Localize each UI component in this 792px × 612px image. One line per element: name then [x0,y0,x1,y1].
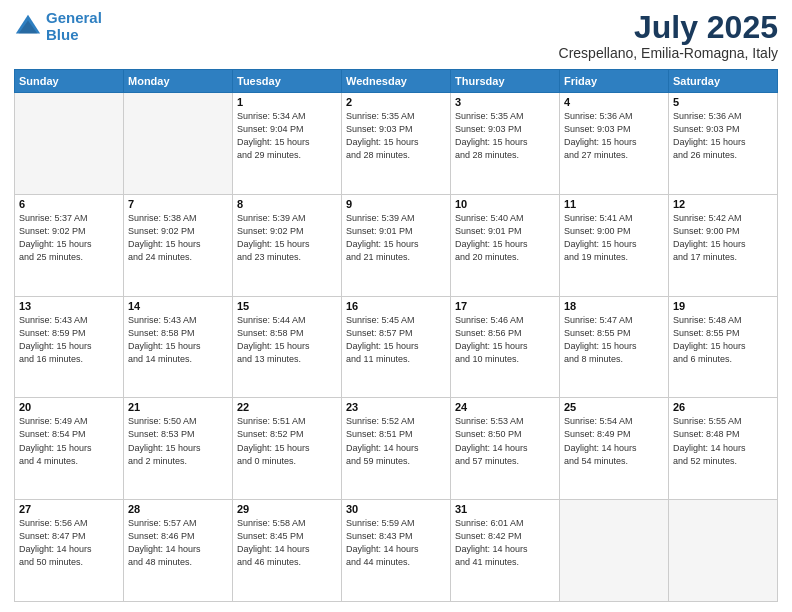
day-detail: Sunrise: 5:47 AM Sunset: 8:55 PM Dayligh… [564,314,664,366]
calendar-cell [124,93,233,195]
logo-blue: Blue [46,26,79,43]
day-number: 9 [346,198,446,210]
calendar-cell: 29Sunrise: 5:58 AM Sunset: 8:45 PM Dayli… [233,500,342,602]
calendar-cell: 10Sunrise: 5:40 AM Sunset: 9:01 PM Dayli… [451,194,560,296]
logo-general: General [46,9,102,26]
calendar-cell: 13Sunrise: 5:43 AM Sunset: 8:59 PM Dayli… [15,296,124,398]
day-number: 30 [346,503,446,515]
calendar-cell: 6Sunrise: 5:37 AM Sunset: 9:02 PM Daylig… [15,194,124,296]
day-detail: Sunrise: 5:50 AM Sunset: 8:53 PM Dayligh… [128,415,228,467]
day-detail: Sunrise: 5:58 AM Sunset: 8:45 PM Dayligh… [237,517,337,569]
day-number: 25 [564,401,664,413]
day-number: 31 [455,503,555,515]
calendar-cell: 22Sunrise: 5:51 AM Sunset: 8:52 PM Dayli… [233,398,342,500]
week-row-0: 1Sunrise: 5:34 AM Sunset: 9:04 PM Daylig… [15,93,778,195]
day-detail: Sunrise: 5:37 AM Sunset: 9:02 PM Dayligh… [19,212,119,264]
day-detail: Sunrise: 5:42 AM Sunset: 9:00 PM Dayligh… [673,212,773,264]
calendar-cell: 26Sunrise: 5:55 AM Sunset: 8:48 PM Dayli… [669,398,778,500]
calendar-cell [560,500,669,602]
calendar-cell [669,500,778,602]
day-detail: Sunrise: 5:34 AM Sunset: 9:04 PM Dayligh… [237,110,337,162]
main-title: July 2025 [559,10,778,45]
calendar-cell: 4Sunrise: 5:36 AM Sunset: 9:03 PM Daylig… [560,93,669,195]
calendar-cell: 16Sunrise: 5:45 AM Sunset: 8:57 PM Dayli… [342,296,451,398]
weekday-header-tuesday: Tuesday [233,70,342,93]
day-detail: Sunrise: 5:39 AM Sunset: 9:02 PM Dayligh… [237,212,337,264]
day-number: 18 [564,300,664,312]
day-number: 2 [346,96,446,108]
day-number: 1 [237,96,337,108]
day-detail: Sunrise: 5:36 AM Sunset: 9:03 PM Dayligh… [564,110,664,162]
day-number: 12 [673,198,773,210]
day-detail: Sunrise: 5:51 AM Sunset: 8:52 PM Dayligh… [237,415,337,467]
subtitle: Crespellano, Emilia-Romagna, Italy [559,45,778,61]
day-number: 17 [455,300,555,312]
weekday-header-sunday: Sunday [15,70,124,93]
day-detail: Sunrise: 5:57 AM Sunset: 8:46 PM Dayligh… [128,517,228,569]
day-detail: Sunrise: 5:45 AM Sunset: 8:57 PM Dayligh… [346,314,446,366]
day-number: 16 [346,300,446,312]
logo-text: General Blue [46,10,102,43]
day-detail: Sunrise: 5:40 AM Sunset: 9:01 PM Dayligh… [455,212,555,264]
calendar-cell: 19Sunrise: 5:48 AM Sunset: 8:55 PM Dayli… [669,296,778,398]
day-detail: Sunrise: 5:35 AM Sunset: 9:03 PM Dayligh… [455,110,555,162]
day-detail: Sunrise: 5:46 AM Sunset: 8:56 PM Dayligh… [455,314,555,366]
day-detail: Sunrise: 5:41 AM Sunset: 9:00 PM Dayligh… [564,212,664,264]
calendar-cell: 31Sunrise: 6:01 AM Sunset: 8:42 PM Dayli… [451,500,560,602]
day-number: 10 [455,198,555,210]
calendar-table: SundayMondayTuesdayWednesdayThursdayFrid… [14,69,778,602]
calendar-cell: 7Sunrise: 5:38 AM Sunset: 9:02 PM Daylig… [124,194,233,296]
calendar-header: SundayMondayTuesdayWednesdayThursdayFrid… [15,70,778,93]
day-number: 6 [19,198,119,210]
day-detail: Sunrise: 5:49 AM Sunset: 8:54 PM Dayligh… [19,415,119,467]
calendar-cell: 5Sunrise: 5:36 AM Sunset: 9:03 PM Daylig… [669,93,778,195]
calendar-cell: 30Sunrise: 5:59 AM Sunset: 8:43 PM Dayli… [342,500,451,602]
weekday-header-wednesday: Wednesday [342,70,451,93]
day-detail: Sunrise: 5:38 AM Sunset: 9:02 PM Dayligh… [128,212,228,264]
day-detail: Sunrise: 5:53 AM Sunset: 8:50 PM Dayligh… [455,415,555,467]
day-detail: Sunrise: 5:52 AM Sunset: 8:51 PM Dayligh… [346,415,446,467]
calendar-cell: 25Sunrise: 5:54 AM Sunset: 8:49 PM Dayli… [560,398,669,500]
day-detail: Sunrise: 5:59 AM Sunset: 8:43 PM Dayligh… [346,517,446,569]
weekday-header-thursday: Thursday [451,70,560,93]
calendar-cell: 17Sunrise: 5:46 AM Sunset: 8:56 PM Dayli… [451,296,560,398]
week-row-1: 6Sunrise: 5:37 AM Sunset: 9:02 PM Daylig… [15,194,778,296]
calendar-cell: 3Sunrise: 5:35 AM Sunset: 9:03 PM Daylig… [451,93,560,195]
day-number: 21 [128,401,228,413]
day-number: 29 [237,503,337,515]
day-number: 26 [673,401,773,413]
day-number: 14 [128,300,228,312]
calendar-cell: 9Sunrise: 5:39 AM Sunset: 9:01 PM Daylig… [342,194,451,296]
calendar-cell: 15Sunrise: 5:44 AM Sunset: 8:58 PM Dayli… [233,296,342,398]
day-detail: Sunrise: 5:36 AM Sunset: 9:03 PM Dayligh… [673,110,773,162]
week-row-2: 13Sunrise: 5:43 AM Sunset: 8:59 PM Dayli… [15,296,778,398]
calendar-cell: 12Sunrise: 5:42 AM Sunset: 9:00 PM Dayli… [669,194,778,296]
day-detail: Sunrise: 6:01 AM Sunset: 8:42 PM Dayligh… [455,517,555,569]
day-number: 22 [237,401,337,413]
day-number: 7 [128,198,228,210]
calendar-cell: 8Sunrise: 5:39 AM Sunset: 9:02 PM Daylig… [233,194,342,296]
day-detail: Sunrise: 5:54 AM Sunset: 8:49 PM Dayligh… [564,415,664,467]
day-detail: Sunrise: 5:43 AM Sunset: 8:58 PM Dayligh… [128,314,228,366]
day-detail: Sunrise: 5:56 AM Sunset: 8:47 PM Dayligh… [19,517,119,569]
calendar-cell: 1Sunrise: 5:34 AM Sunset: 9:04 PM Daylig… [233,93,342,195]
weekday-row: SundayMondayTuesdayWednesdayThursdayFrid… [15,70,778,93]
day-number: 8 [237,198,337,210]
calendar-cell: 28Sunrise: 5:57 AM Sunset: 8:46 PM Dayli… [124,500,233,602]
day-number: 28 [128,503,228,515]
calendar-cell [15,93,124,195]
week-row-4: 27Sunrise: 5:56 AM Sunset: 8:47 PM Dayli… [15,500,778,602]
header: General Blue July 2025 Crespellano, Emil… [14,10,778,61]
day-detail: Sunrise: 5:44 AM Sunset: 8:58 PM Dayligh… [237,314,337,366]
calendar-cell: 24Sunrise: 5:53 AM Sunset: 8:50 PM Dayli… [451,398,560,500]
title-block: July 2025 Crespellano, Emilia-Romagna, I… [559,10,778,61]
calendar-cell: 2Sunrise: 5:35 AM Sunset: 9:03 PM Daylig… [342,93,451,195]
calendar-cell: 18Sunrise: 5:47 AM Sunset: 8:55 PM Dayli… [560,296,669,398]
calendar-body: 1Sunrise: 5:34 AM Sunset: 9:04 PM Daylig… [15,93,778,602]
calendar-cell: 14Sunrise: 5:43 AM Sunset: 8:58 PM Dayli… [124,296,233,398]
day-number: 4 [564,96,664,108]
day-detail: Sunrise: 5:48 AM Sunset: 8:55 PM Dayligh… [673,314,773,366]
day-number: 3 [455,96,555,108]
calendar-cell: 20Sunrise: 5:49 AM Sunset: 8:54 PM Dayli… [15,398,124,500]
day-number: 19 [673,300,773,312]
